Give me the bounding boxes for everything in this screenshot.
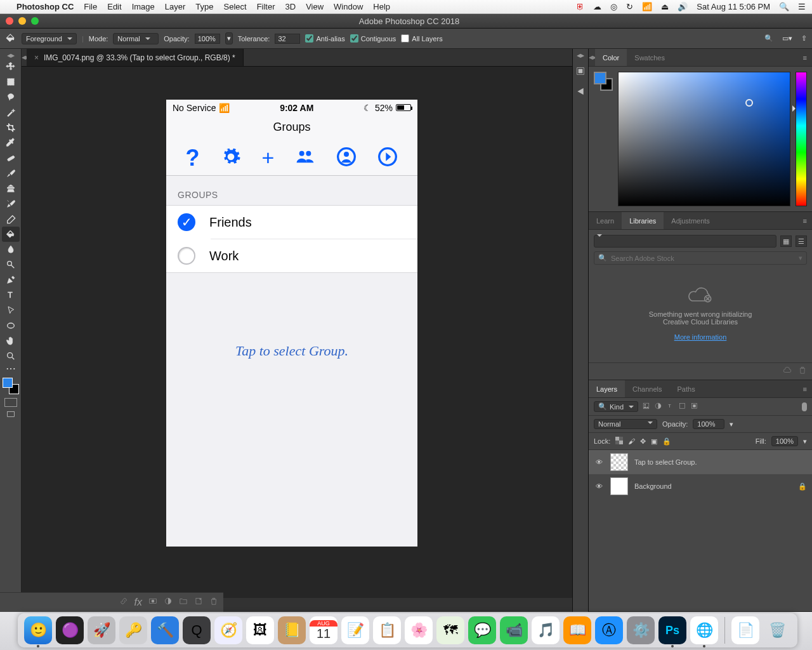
menu-extras-icon[interactable]: ☰ <box>798 2 806 11</box>
menu-window[interactable]: Window <box>334 2 363 11</box>
fill-source-select[interactable]: Foreground <box>22 33 77 44</box>
ibooks-app[interactable]: 📖 <box>563 616 591 644</box>
dodge-tool[interactable] <box>2 257 20 272</box>
eject-icon[interactable]: ⏏ <box>661 2 669 11</box>
pen-tool[interactable] <box>2 272 20 288</box>
trash-icon[interactable] <box>798 366 807 377</box>
panel-menu-icon[interactable]: ≡ <box>798 217 812 225</box>
properties-panel-icon[interactable] <box>575 86 586 99</box>
lock-pixels-icon[interactable] <box>615 437 623 446</box>
layer-filter-kind[interactable]: 🔍Kind <box>594 401 638 412</box>
clone-stamp-tool[interactable] <box>2 181 20 196</box>
menu-select[interactable]: Select <box>223 2 246 11</box>
safari-app[interactable]: 🧭 <box>214 616 242 644</box>
workspace-icon[interactable]: ▭▾ <box>782 34 792 43</box>
adjustment-layer-icon[interactable] <box>164 597 173 608</box>
trash[interactable]: 🗑️ <box>763 616 791 644</box>
lock-all-icon[interactable]: 🔒 <box>662 437 671 446</box>
itunes-app[interactable]: 🎵 <box>532 616 560 644</box>
opacity-input[interactable]: 100% <box>195 34 220 44</box>
menu-3d[interactable]: 3D <box>285 2 296 11</box>
paint-bucket-tool[interactable] <box>2 227 20 242</box>
panel-expand[interactable]: ◀▶ <box>577 53 584 58</box>
hand-tool[interactable] <box>2 333 20 348</box>
close-window-button[interactable] <box>6 17 13 25</box>
photos-app[interactable]: 🌸 <box>405 616 433 644</box>
filter-type-icon[interactable]: T <box>666 402 674 411</box>
delete-layer-icon[interactable] <box>209 597 218 608</box>
library-search[interactable]: 🔍 Search Adobe Stock ▾ <box>594 251 807 265</box>
crop-tool[interactable] <box>2 120 20 135</box>
contacts-app[interactable]: 📒 <box>278 616 306 644</box>
clock[interactable]: Sat Aug 11 5:06 PM <box>697 2 770 11</box>
search-icon[interactable]: 🔍 <box>764 34 773 43</box>
layers-tab[interactable]: Layers <box>589 380 625 397</box>
document-tab[interactable]: × IMG_0074.png @ 33.3% (Tap to select Gr… <box>27 49 244 66</box>
color-tab[interactable]: Color <box>595 49 627 66</box>
preview-app[interactable]: 🖼 <box>246 616 274 644</box>
menu-layer[interactable]: Layer <box>165 2 186 11</box>
hue-slider[interactable] <box>796 72 807 206</box>
maps-app[interactable]: 🗺 <box>436 616 464 644</box>
visibility-icon[interactable]: 👁 <box>594 482 604 490</box>
opacity-flyout[interactable]: ▾ <box>225 32 233 44</box>
tools-collapse[interactable]: ◀▶ <box>0 53 21 59</box>
photoshop-app[interactable]: Ps <box>658 616 686 644</box>
facetime-app[interactable]: 📹 <box>500 616 528 644</box>
lasso-tool[interactable] <box>2 90 20 105</box>
layer-row[interactable]: 👁 Background 🔒 <box>589 474 812 498</box>
canvas[interactable]: No Service 📶 9:02 AM ☾52% Groups ? + GRO… <box>22 67 572 612</box>
swatches-tab[interactable]: Swatches <box>627 49 672 66</box>
type-tool[interactable]: T <box>2 288 20 303</box>
history-brush-tool[interactable] <box>2 196 20 211</box>
share-icon[interactable]: ⇧ <box>801 34 807 43</box>
zoom-window-button[interactable] <box>31 17 39 25</box>
mcafee-icon[interactable]: ⛨ <box>576 2 584 11</box>
launchpad-app[interactable]: 🚀 <box>88 616 115 644</box>
brush-tool[interactable] <box>2 166 20 181</box>
quickmask-toggle[interactable] <box>4 398 17 407</box>
layer-blend-mode[interactable]: Normal <box>594 419 657 429</box>
group-icon[interactable] <box>179 597 188 608</box>
minimize-window-button[interactable] <box>18 17 26 25</box>
eraser-tool[interactable] <box>2 211 20 227</box>
layer-name[interactable]: Background <box>634 482 672 490</box>
paths-tab[interactable]: Paths <box>670 380 703 397</box>
xcode-app[interactable]: 🔨 <box>151 616 179 644</box>
filter-shape-icon[interactable] <box>678 402 686 411</box>
fx-icon[interactable]: fx <box>134 597 142 608</box>
quicktime-app[interactable]: Q <box>183 616 211 644</box>
volume-icon[interactable]: 🔊 <box>678 2 688 11</box>
learn-tab[interactable]: Learn <box>589 212 622 229</box>
app-menu[interactable]: Photoshop CC <box>16 2 74 11</box>
filter-image-icon[interactable] <box>642 402 650 411</box>
link-layers-icon[interactable] <box>119 597 128 608</box>
all-layers-checkbox[interactable]: All Layers <box>401 34 442 43</box>
menu-file[interactable]: File <box>84 2 97 11</box>
close-tab-icon[interactable]: × <box>34 53 39 62</box>
menu-type[interactable]: Type <box>195 2 213 11</box>
paint-bucket-icon[interactable] <box>5 32 16 45</box>
settings-app[interactable]: ⚙️ <box>627 616 655 644</box>
spotlight-icon[interactable]: 🔍 <box>779 2 789 11</box>
visibility-icon[interactable]: 👁 <box>594 458 604 466</box>
edit-toolbar[interactable]: ⋯ <box>2 364 20 373</box>
wifi-icon[interactable]: 📶 <box>642 2 652 11</box>
healing-brush-tool[interactable] <box>2 150 20 166</box>
filter-adjust-icon[interactable] <box>654 402 662 411</box>
libraries-tab[interactable]: Libraries <box>622 212 664 229</box>
appstore-app[interactable]: Ⓐ <box>595 616 623 644</box>
finder-app[interactable]: 🙂 <box>24 616 52 644</box>
zoom-tool[interactable] <box>2 348 20 364</box>
keychain-app[interactable]: 🔑 <box>119 616 147 644</box>
move-tool[interactable] <box>2 59 20 74</box>
lock-artboard-icon[interactable]: ▣ <box>651 437 657 446</box>
panel-menu-icon[interactable]: ≡ <box>798 54 812 62</box>
eyedropper-tool[interactable] <box>2 135 20 150</box>
layer-name[interactable]: Tap to select Group. <box>634 458 697 466</box>
more-info-link[interactable]: More information <box>674 333 727 341</box>
magic-wand-tool[interactable] <box>2 105 20 120</box>
channels-tab[interactable]: Channels <box>625 380 669 397</box>
siri-app[interactable]: 🟣 <box>56 616 84 644</box>
menu-help[interactable]: Help <box>373 2 390 11</box>
